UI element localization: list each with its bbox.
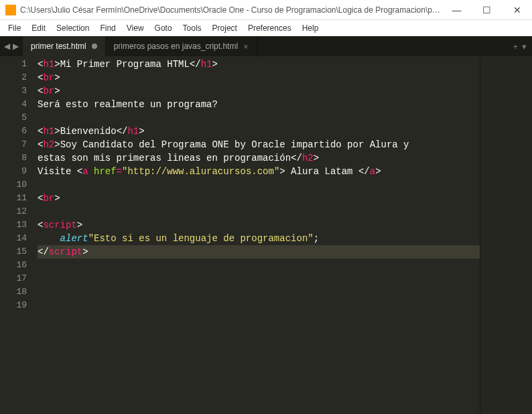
window-controls: — ☐ ✕ (442, 0, 532, 20)
line-number: 16 (0, 259, 27, 272)
line-number: 17 (0, 272, 27, 285)
tabbar-right: + ▾ (507, 36, 532, 56)
tab-label: primer test.html (31, 42, 86, 51)
tab-primer-test[interactable]: primer test.html (23, 36, 106, 56)
code-area[interactable]: <h1>Mi Primer Programa HTML</h1><br><br>… (34, 56, 480, 414)
menu-selection[interactable]: Selection (51, 21, 94, 35)
window-title: C:\Users\Julio César Fermín\OneDrive\Doc… (20, 5, 442, 15)
line-number: 3 (0, 84, 27, 98)
line-number: 19 (0, 299, 27, 312)
new-tab-icon[interactable]: + (513, 42, 518, 52)
line-number: 15 (0, 245, 27, 259)
line-number: 8 (0, 151, 27, 165)
titlebar: C:\Users\Julio César Fermín\OneDrive\Doc… (0, 0, 532, 20)
app-icon (5, 5, 16, 15)
menu-project[interactable]: Project (207, 21, 243, 35)
close-tab-icon[interactable]: × (243, 42, 249, 52)
menu-view[interactable]: View (121, 21, 149, 35)
line-number: 2 (0, 71, 27, 84)
dirty-indicator-icon (92, 44, 97, 49)
menu-preferences[interactable]: Preferences (243, 21, 297, 35)
tab-nav: ◀ ▶ (0, 36, 23, 56)
line-number-gutter: 1 2 3 4 5 6 7 8 9 10 11 12 13 14 15 16 1… (0, 56, 34, 414)
tab-label: primeros pasos en javas_cript.html (114, 42, 238, 51)
line-number: 10 (0, 178, 27, 192)
tab-dropdown-icon[interactable]: ▾ (522, 42, 527, 52)
line-number: 4 (0, 98, 27, 111)
menu-goto[interactable]: Goto (149, 21, 178, 35)
menu-file[interactable]: File (3, 21, 26, 35)
tab-primeros-pasos[interactable]: primeros pasos en javas_cript.html × (106, 36, 257, 56)
menu-tools[interactable]: Tools (178, 21, 207, 35)
menu-edit[interactable]: Edit (26, 21, 51, 35)
tabbar: ◀ ▶ primer test.html primeros pasos en j… (0, 36, 532, 56)
tab-history-back-icon[interactable]: ◀ (4, 42, 10, 51)
line-number: 9 (0, 165, 27, 178)
close-button[interactable]: ✕ (502, 0, 532, 20)
editor: 1 2 3 4 5 6 7 8 9 10 11 12 13 14 15 16 1… (0, 56, 532, 414)
menubar: File Edit Selection Find View Goto Tools… (0, 20, 532, 36)
line-number: 6 (0, 125, 27, 138)
line-number: 1 (0, 58, 27, 71)
line-number: 11 (0, 192, 27, 205)
line-number: 5 (0, 111, 27, 125)
tab-history-forward-icon[interactable]: ▶ (13, 42, 19, 51)
line-number: 7 (0, 138, 27, 151)
maximize-button[interactable]: ☐ (472, 0, 502, 20)
line-number: 18 (0, 285, 27, 299)
line-number: 14 (0, 232, 27, 245)
menu-help[interactable]: Help (297, 21, 324, 35)
menu-find[interactable]: Find (94, 21, 121, 35)
minimize-button[interactable]: — (442, 0, 472, 20)
minimap[interactable] (480, 56, 532, 414)
line-number: 13 (0, 218, 27, 232)
line-number: 12 (0, 205, 27, 218)
